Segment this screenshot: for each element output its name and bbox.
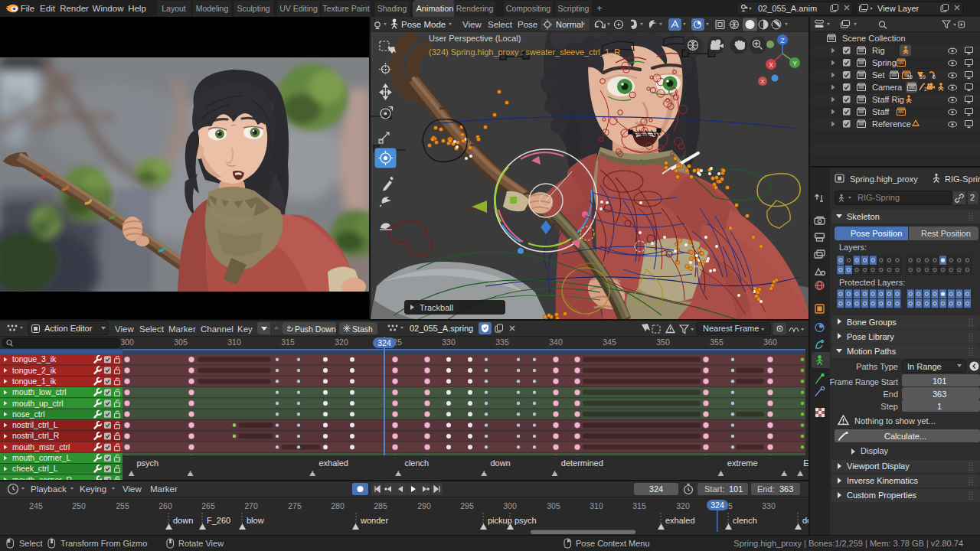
- svg-text:Animation: Animation: [416, 4, 454, 13]
- svg-text:Pose Context Menu: Pose Context Menu: [576, 539, 650, 548]
- svg-text:psych: psych: [514, 516, 537, 525]
- svg-text:psych: psych: [136, 458, 158, 468]
- svg-text:Modeling: Modeling: [196, 4, 229, 13]
- svg-text:determined: determined: [561, 458, 603, 468]
- svg-text:Rotate View: Rotate View: [178, 539, 224, 548]
- svg-text:Y: Y: [792, 60, 797, 67]
- svg-text:pickup: pickup: [488, 516, 512, 525]
- svg-text:mouth_mstr_ctrl: mouth_mstr_ctrl: [12, 442, 70, 452]
- svg-text:File: File: [21, 4, 35, 13]
- svg-text:Help: Help: [128, 4, 146, 13]
- svg-text:260: 260: [158, 501, 172, 510]
- svg-text:Rig: Rig: [872, 46, 885, 55]
- svg-text:270: 270: [244, 501, 258, 510]
- svg-text:X: X: [760, 78, 764, 85]
- svg-text:Pose Mode: Pose Mode: [401, 20, 446, 29]
- svg-text:exhaled: exhaled: [665, 516, 695, 525]
- svg-text:320: 320: [335, 337, 348, 347]
- svg-text:mouth_up_ctrl: mouth_up_ctrl: [12, 399, 64, 408]
- svg-text:Nearest Frame: Nearest Frame: [703, 324, 759, 333]
- svg-text:305: 305: [174, 337, 188, 347]
- svg-text:Spring: Spring: [872, 58, 897, 67]
- svg-text:Set: Set: [872, 70, 885, 80]
- svg-text:Shading: Shading: [377, 4, 407, 13]
- svg-text:Sculpting: Sculpting: [237, 4, 270, 13]
- svg-text:tongue_2_ik: tongue_2_ik: [12, 366, 57, 375]
- svg-text:nose_ctrl: nose_ctrl: [12, 409, 45, 419]
- svg-text:340: 340: [549, 337, 563, 347]
- svg-text:290: 290: [417, 501, 431, 510]
- svg-text:300: 300: [120, 337, 134, 347]
- svg-text:320: 320: [676, 501, 690, 510]
- svg-text:cheek_ctrl_L: cheek_ctrl_L: [12, 464, 58, 473]
- svg-text:down: down: [490, 458, 510, 468]
- svg-text:down: down: [173, 516, 193, 525]
- svg-text:Trackball: Trackball: [420, 303, 453, 312]
- svg-text:clench: clench: [404, 458, 429, 468]
- svg-text:extreme: extreme: [727, 458, 758, 468]
- svg-text:345: 345: [603, 337, 616, 347]
- svg-text:mouth_low_ctrl: mouth_low_ctrl: [12, 387, 67, 396]
- svg-text:Staff Rig: Staff Rig: [872, 95, 904, 104]
- svg-text:330: 330: [442, 337, 456, 347]
- svg-text:280: 280: [331, 501, 345, 510]
- svg-text:363: 363: [779, 484, 793, 494]
- svg-text:Render: Render: [60, 4, 89, 13]
- svg-text:nostril_ctrl_L: nostril_ctrl_L: [12, 420, 58, 429]
- svg-text:2: 2: [924, 86, 927, 92]
- svg-text:6: 6: [933, 74, 936, 80]
- svg-text:Normal: Normal: [556, 20, 583, 29]
- svg-text:99: 99: [906, 74, 913, 80]
- svg-text:315: 315: [632, 501, 646, 510]
- svg-text:330: 330: [762, 501, 776, 510]
- svg-text:User Perspective (Local): User Perspective (Local): [429, 34, 521, 43]
- svg-text:F_260: F_260: [207, 516, 230, 525]
- svg-text:295: 295: [460, 501, 474, 510]
- svg-text:350: 350: [656, 337, 670, 347]
- svg-text:Staff: Staff: [872, 107, 890, 116]
- svg-text:exhaled: exhaled: [318, 458, 348, 468]
- svg-text:310: 310: [227, 337, 241, 347]
- svg-text:(324) Spring.high_proxy : swea: (324) Spring.high_proxy : sweater_sleeve…: [429, 47, 620, 57]
- svg-text:X: X: [769, 61, 773, 69]
- svg-text:Scene Collection: Scene Collection: [842, 34, 906, 43]
- svg-text:335: 335: [495, 337, 509, 347]
- svg-text:265: 265: [201, 501, 215, 510]
- svg-text:+: +: [596, 2, 603, 14]
- svg-text:Scripting: Scripting: [558, 4, 590, 13]
- svg-text:Select: Select: [488, 20, 513, 29]
- svg-text:39: 39: [920, 74, 926, 80]
- svg-text:275: 275: [288, 501, 302, 510]
- svg-text:355: 355: [710, 337, 724, 347]
- svg-text:Edit: Edit: [40, 4, 56, 13]
- svg-text:UV Editing: UV Editing: [279, 4, 318, 13]
- svg-text:285: 285: [374, 501, 387, 510]
- svg-text:tongue_1_ik: tongue_1_ik: [12, 377, 57, 386]
- svg-text:305: 305: [547, 501, 560, 510]
- svg-text:nostril_ctrl_R: nostril_ctrl_R: [12, 431, 60, 440]
- svg-text:Start:: Start:: [704, 484, 724, 494]
- svg-text:101: 101: [729, 484, 743, 494]
- svg-text:250: 250: [72, 501, 86, 510]
- svg-text:wonder: wonder: [360, 516, 388, 525]
- svg-text:Reference: Reference: [872, 119, 911, 129]
- svg-text:mouth_corner_L: mouth_corner_L: [12, 453, 71, 462]
- svg-text:310: 310: [590, 501, 603, 510]
- svg-text:Layout: Layout: [162, 4, 186, 13]
- svg-text:View: View: [122, 484, 142, 494]
- svg-text:Transform From Gizmo: Transform From Gizmo: [60, 539, 147, 548]
- svg-text:Pose: Pose: [518, 20, 537, 29]
- svg-text:Camera: Camera: [872, 83, 903, 92]
- svg-text:255: 255: [116, 501, 129, 510]
- svg-text:Compositing: Compositing: [506, 4, 551, 13]
- svg-text:View: View: [462, 20, 482, 29]
- svg-text:Z: Z: [780, 37, 784, 44]
- svg-text:tongue_3_ik: tongue_3_ik: [12, 354, 57, 364]
- svg-text:clench: clench: [733, 516, 757, 525]
- svg-text:Texture Paint: Texture Paint: [322, 4, 369, 13]
- svg-text:Select: Select: [19, 539, 43, 548]
- svg-text:Keying: Keying: [80, 484, 106, 494]
- svg-text:360: 360: [763, 337, 777, 347]
- svg-text:324: 324: [377, 338, 391, 347]
- svg-text:324: 324: [710, 500, 724, 510]
